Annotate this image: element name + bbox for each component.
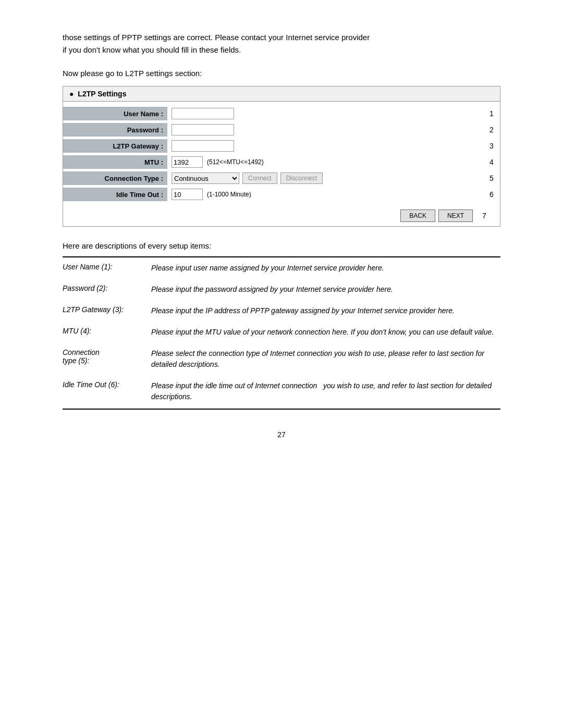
desc-text-mtu: Please input the MTU value of your netwo… [151, 322, 500, 343]
connection-type-label: Connection Type : [63, 171, 167, 185]
desc-row-mtu: MTU (4): Please input the MTU value of y… [63, 322, 500, 343]
desc-text-password: Please input the password assigned by yo… [151, 279, 500, 300]
idle-timeout-row: Idle Time Out : (1-1000 Minute) 6 [63, 187, 500, 202]
desc-term-connection: Connectiontype (5): [63, 343, 151, 375]
desc-row-username: User Name (1): Please input user name as… [63, 257, 500, 279]
password-input[interactable] [172, 124, 234, 135]
username-input[interactable] [172, 108, 234, 119]
l2tp-settings-panel: ● L2TP Settings User Name : 1 Password :… [63, 86, 500, 227]
l2tp-gateway-row: L2TP Gateway : 3 [63, 139, 500, 153]
desc-row-gateway: L2TP Gateway (3): Please input the IP ad… [63, 300, 500, 322]
row-number-7: 7 [482, 212, 493, 220]
password-field [167, 124, 483, 135]
desc-term-idle: Idle Time Out (6): [63, 375, 151, 409]
desc-text-connection: Please select the connection type of Int… [151, 343, 500, 375]
page-number: 27 [63, 430, 500, 439]
desc-text-idle: Please input the idle time out of Intern… [151, 375, 500, 409]
desc-text-username: Please input user name assigned by your … [151, 257, 500, 279]
row-number-4: 4 [489, 158, 500, 166]
username-row: User Name : 1 [63, 106, 500, 121]
password-label: Password : [63, 123, 167, 137]
desc-term-gateway: L2TP Gateway (3): [63, 300, 151, 322]
connection-type-field: Continuous Connect on Demand Manual Conn… [167, 172, 483, 184]
desc-row-password: Password (2): Please input the password … [63, 279, 500, 300]
next-button[interactable]: NEXT [438, 209, 473, 222]
descriptions-section: Here are descriptions of every setup ite… [63, 241, 500, 410]
back-button[interactable]: BACK [400, 209, 435, 222]
intro-paragraph: those settings of PPTP settings are corr… [63, 31, 500, 56]
username-label: User Name : [63, 107, 167, 120]
row-number-6: 6 [489, 190, 500, 199]
mtu-label: MTU : [63, 155, 167, 169]
password-row: Password : 2 [63, 122, 500, 137]
panel-body: User Name : 1 Password : 2 L2TP Gateway … [63, 102, 500, 206]
connection-type-row: Connection Type : Continuous Connect on … [63, 171, 500, 186]
mtu-input[interactable] [172, 156, 203, 168]
desc-term-password: Password (2): [63, 279, 151, 300]
row-number-3: 3 [489, 142, 500, 150]
panel-header: ● L2TP Settings [63, 87, 500, 102]
desc-term-mtu: MTU (4): [63, 322, 151, 343]
mtu-note: (512<=MTU<=1492) [207, 158, 264, 166]
idle-timeout-input[interactable] [172, 189, 203, 200]
section-prompt: Now please go to L2TP settings section: [63, 69, 500, 78]
connection-type-select[interactable]: Continuous Connect on Demand Manual [172, 172, 239, 184]
row-number-2: 2 [489, 126, 500, 134]
l2tp-gateway-label: L2TP Gateway : [63, 139, 167, 153]
desc-row-idle: Idle Time Out (6): Please input the idle… [63, 375, 500, 409]
l2tp-gateway-field [167, 140, 483, 152]
l2tp-gateway-input[interactable] [172, 140, 234, 152]
row-number-1: 1 [489, 109, 500, 118]
descriptions-table: User Name (1): Please input user name as… [63, 256, 500, 410]
row-number-5: 5 [489, 174, 500, 182]
bullet-icon: ● [69, 90, 74, 98]
disconnect-button[interactable]: Disconnect [280, 172, 323, 184]
panel-footer: BACK NEXT 7 [63, 206, 500, 226]
idle-timeout-note: (1-1000 Minute) [207, 191, 251, 198]
idle-timeout-field: (1-1000 Minute) [167, 189, 483, 200]
connect-button[interactable]: Connect [242, 172, 277, 184]
desc-text-gateway: Please input the IP address of PPTP gate… [151, 300, 500, 322]
descriptions-heading: Here are descriptions of every setup ite… [63, 241, 500, 250]
idle-timeout-label: Idle Time Out : [63, 188, 167, 201]
panel-title: L2TP Settings [78, 90, 126, 98]
mtu-row: MTU : (512<=MTU<=1492) 4 [63, 155, 500, 169]
mtu-field: (512<=MTU<=1492) [167, 156, 483, 168]
desc-term-username: User Name (1): [63, 257, 151, 279]
desc-row-connection: Connectiontype (5): Please select the co… [63, 343, 500, 375]
username-field [167, 108, 483, 119]
